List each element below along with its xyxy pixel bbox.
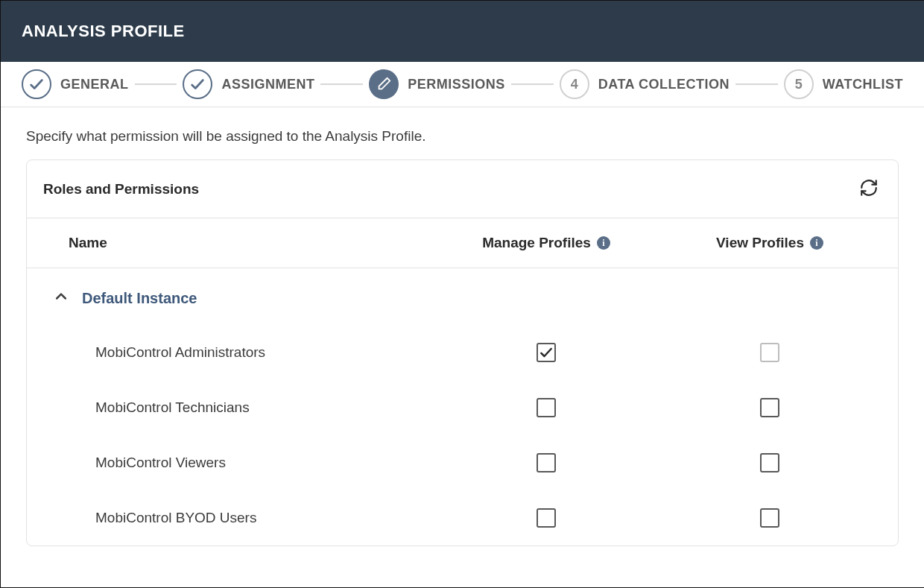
table-header-row: Name Manage Profiles i View Profiles i <box>27 218 898 268</box>
page-content: Specify what permission will be assigned… <box>1 107 924 587</box>
roles-body: MobiControl AdministratorsMobiControl Te… <box>27 325 898 546</box>
wizard-stepper: GENERAL ASSIGNMENT PERMISSIONS 4 DATA CO… <box>1 62 924 107</box>
info-icon[interactable]: i <box>597 236 610 250</box>
pencil-icon <box>369 69 399 99</box>
column-view-label: View Profiles <box>716 235 804 251</box>
page-title: ANALYSIS PROFILE <box>22 22 903 41</box>
step-number: 4 <box>560 69 589 99</box>
check-icon <box>183 69 212 99</box>
group-label: Default Instance <box>82 290 197 307</box>
step-connector <box>735 83 778 85</box>
step-label: PERMISSIONS <box>408 77 505 92</box>
role-row: MobiControl BYOD Users <box>27 490 898 546</box>
panel-title: Roles and Permissions <box>43 181 199 197</box>
check-icon <box>22 69 51 99</box>
view-profiles-checkbox[interactable] <box>760 398 779 417</box>
column-name: Name <box>69 235 434 251</box>
manage-profiles-checkbox[interactable] <box>537 453 556 472</box>
role-row: MobiControl Administrators <box>27 325 898 380</box>
view-profiles-checkbox-cell <box>658 343 882 362</box>
step-permissions[interactable]: PERMISSIONS <box>369 69 505 99</box>
refresh-icon <box>859 178 879 197</box>
step-watchlist[interactable]: 5 WATCHLIST <box>784 69 903 99</box>
step-general[interactable]: GENERAL <box>22 69 129 99</box>
refresh-button[interactable] <box>856 175 882 203</box>
column-manage-label: Manage Profiles <box>482 235 591 251</box>
manage-profiles-checkbox-cell <box>434 398 658 417</box>
view-profiles-checkbox[interactable] <box>760 453 779 472</box>
view-profiles-checkbox[interactable] <box>760 508 779 528</box>
manage-profiles-checkbox-cell <box>434 508 658 528</box>
column-view: View Profiles i <box>658 235 882 251</box>
manage-profiles-checkbox-cell <box>434 343 658 362</box>
roles-panel: Roles and Permissions Name Manage Profil… <box>26 159 899 546</box>
info-icon[interactable]: i <box>810 236 823 250</box>
column-manage: Manage Profiles i <box>434 235 658 251</box>
app-root: ANALYSIS PROFILE GENERAL ASSIGNMENT <box>0 0 924 588</box>
manage-profiles-checkbox[interactable] <box>537 343 556 362</box>
step-number: 5 <box>784 69 814 99</box>
step-connector <box>320 83 363 85</box>
step-connector <box>511 83 554 85</box>
step-label: WATCHLIST <box>823 77 903 92</box>
step-assignment[interactable]: ASSIGNMENT <box>183 69 314 99</box>
role-row: MobiControl Viewers <box>27 435 898 490</box>
step-label: ASSIGNMENT <box>221 77 314 92</box>
step-label: GENERAL <box>60 77 129 92</box>
step-connector <box>135 83 177 85</box>
role-name: MobiControl BYOD Users <box>95 510 434 526</box>
role-name: MobiControl Viewers <box>95 455 434 471</box>
role-name: MobiControl Administrators <box>95 344 434 361</box>
view-profiles-checkbox-cell <box>658 508 882 528</box>
manage-profiles-checkbox[interactable] <box>537 508 556 528</box>
manage-profiles-checkbox[interactable] <box>537 398 556 417</box>
role-row: MobiControl Technicians <box>27 380 898 435</box>
step-label: DATA COLLECTION <box>598 77 730 92</box>
page-header: ANALYSIS PROFILE <box>1 1 924 62</box>
panel-header: Roles and Permissions <box>27 160 898 218</box>
view-profiles-checkbox-cell <box>658 453 882 472</box>
step-data-collection[interactable]: 4 DATA COLLECTION <box>560 69 730 99</box>
view-profiles-checkbox[interactable] <box>760 343 779 362</box>
manage-profiles-checkbox-cell <box>434 453 658 472</box>
group-toggle-row[interactable]: Default Instance <box>27 268 898 325</box>
role-name: MobiControl Technicians <box>95 399 434 416</box>
chevron-up-icon <box>54 289 69 307</box>
view-profiles-checkbox-cell <box>658 398 882 417</box>
intro-text: Specify what permission will be assigned… <box>26 128 899 145</box>
